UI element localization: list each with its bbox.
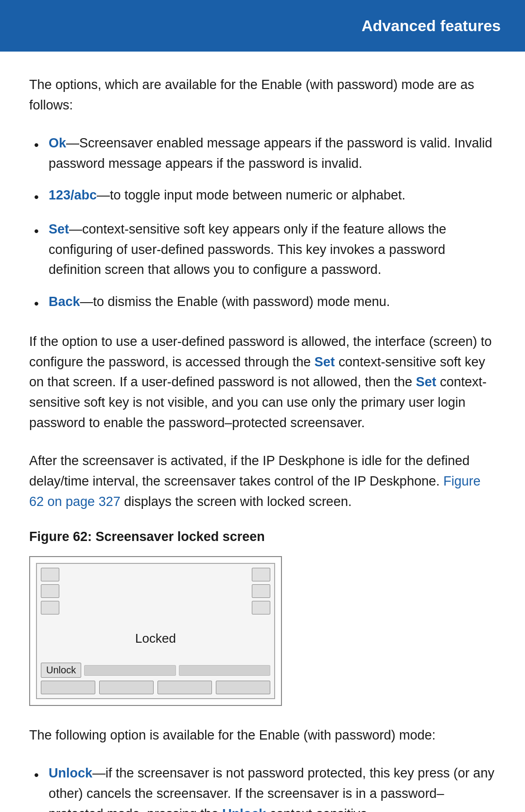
phone-top-row: [37, 564, 274, 614]
left-btn-2: [41, 584, 59, 598]
right-buttons: [252, 568, 270, 614]
bottom-btn-2: [99, 681, 154, 694]
keyword-ok: Ok: [49, 136, 66, 150]
unlock-filler-1: [84, 665, 175, 676]
bullet-unlock-text-before: —if the screensaver is not password prot…: [49, 766, 494, 812]
bullet-unlock-text-after: context-sensitive: [266, 807, 368, 812]
phone-bottom-area: Unlock: [37, 663, 274, 698]
bullet-text-123: —to toggle input mode between numeric or…: [97, 188, 405, 202]
keyword-back: Back: [49, 294, 80, 309]
left-buttons: [41, 568, 59, 614]
bullet-dot: •: [29, 185, 49, 207]
paragraph-2: After the screensaver is activated, if t…: [29, 451, 496, 512]
list-item: • 123/abc—to toggle input mode between n…: [29, 185, 496, 207]
bottom-btn-4: [216, 681, 270, 694]
bullet-text-back: —to dismiss the Enable (with password) m…: [80, 294, 390, 309]
bottom-btn-3: [158, 681, 212, 694]
bullet-content-unlock: Unlock—if the screensaver is not passwor…: [49, 763, 496, 812]
main-content: The options, which are available for the…: [0, 52, 525, 812]
para1-keyword1: Set: [315, 355, 335, 369]
intro-paragraph: The options, which are available for the…: [29, 75, 496, 116]
keyword-123: 123/abc: [49, 188, 97, 202]
bullet-content-back: Back—to dismiss the Enable (with passwor…: [49, 292, 496, 312]
list-item: • Set—context-sensitive soft key appears…: [29, 219, 496, 281]
keyword-unlock: Unlock: [49, 766, 92, 780]
phone-main-area: Locked: [37, 614, 274, 663]
unlock-filler-2: [179, 665, 270, 676]
paragraph-3: The following option is available for th…: [29, 725, 496, 746]
locked-label: Locked: [135, 631, 176, 646]
bullet-dot: •: [29, 763, 49, 785]
header-bar: Advanced features: [0, 0, 525, 52]
right-btn-2: [252, 584, 270, 598]
bullet-content-123: 123/abc—to toggle input mode between num…: [49, 185, 496, 206]
bullet-dot: •: [29, 292, 49, 314]
phone-bottom-buttons: [41, 681, 270, 694]
unlock-bar: Unlock: [41, 663, 270, 678]
right-btn-1: [252, 568, 270, 581]
list-item-unlock: • Unlock—if the screensaver is not passw…: [29, 763, 496, 812]
bullet-dot: •: [29, 219, 49, 241]
para1-keyword2: Set: [416, 375, 436, 389]
bullet-list-unlock: • Unlock—if the screensaver is not passw…: [29, 763, 496, 812]
bullet-dot: •: [29, 133, 49, 155]
bottom-btn-1: [41, 681, 95, 694]
bullet-text-set: —context-sensitive soft key appears only…: [49, 222, 446, 277]
paragraph-1: If the option to use a user-defined pass…: [29, 332, 496, 433]
right-btn-3: [252, 601, 270, 614]
unlock-button: Unlock: [41, 663, 81, 678]
bullet-content-set: Set—context-sensitive soft key appears o…: [49, 219, 496, 281]
left-btn-1: [41, 568, 59, 581]
figure-container: Locked Unlock: [29, 556, 282, 706]
phone-screen: Locked Unlock: [36, 563, 275, 699]
para2-text-after: displays the screen with locked screen.: [121, 494, 352, 509]
figure-title: Figure 62: Screensaver locked screen: [29, 529, 496, 544]
list-item: • Ok—Screensaver enabled message appears…: [29, 133, 496, 174]
bullet-content-ok: Ok—Screensaver enabled message appears i…: [49, 133, 496, 174]
header-title: Advanced features: [362, 17, 501, 35]
left-btn-3: [41, 601, 59, 614]
keyword-set: Set: [49, 222, 69, 236]
para2-text-before: After the screensaver is activated, if t…: [29, 453, 470, 488]
list-item: • Back—to dismiss the Enable (with passw…: [29, 292, 496, 314]
bullet-list: • Ok—Screensaver enabled message appears…: [29, 133, 496, 314]
bullet-text-ok: —Screensaver enabled message appears if …: [49, 136, 492, 171]
keyword-unlock2: Unlock: [222, 807, 266, 812]
